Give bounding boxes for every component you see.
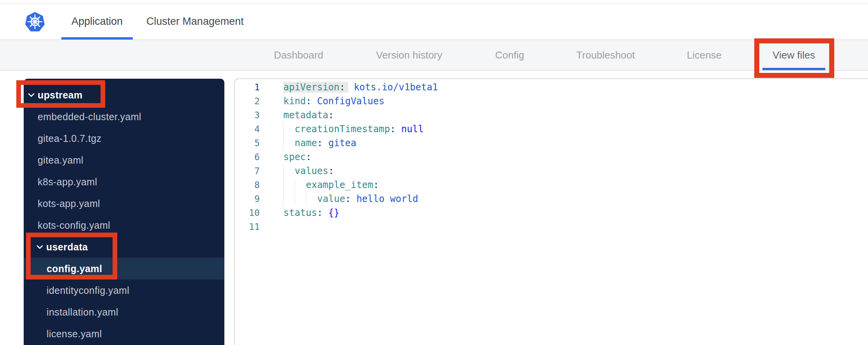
code-line: 9 value: hello world: [235, 192, 868, 206]
line-number: 3: [235, 108, 260, 122]
app-header: Application Cluster Management: [0, 3, 868, 40]
line-number: 2: [235, 94, 260, 108]
kubernetes-logo-icon[interactable]: [25, 12, 45, 32]
folder-label: upstream: [38, 90, 83, 101]
file-label: config.yaml: [47, 263, 102, 274]
header-tabs: Application Cluster Management: [61, 3, 257, 40]
tree-folder-upstream[interactable]: upstream: [24, 84, 224, 106]
folder-label: userdata: [46, 242, 88, 253]
tab-config[interactable]: Config: [495, 40, 524, 70]
line-number: 1: [235, 80, 260, 94]
code-line: 5 name: gitea: [235, 136, 868, 150]
app-subnav: Dashboard Version history Config Trouble…: [0, 40, 868, 71]
code-line: 10 status: {}: [235, 206, 868, 220]
tree-file-embedded-cluster[interactable]: embedded-cluster.yaml: [24, 106, 224, 128]
tree-file-gitea-yaml[interactable]: gitea.yaml: [24, 149, 224, 171]
line-number: 9: [235, 192, 260, 206]
line-number: 7: [235, 164, 260, 178]
tree-file-license[interactable]: license.yaml: [24, 323, 224, 345]
tree-folder-userdata[interactable]: userdata: [24, 236, 224, 258]
chevron-down-icon: [28, 93, 35, 97]
line-number: 8: [235, 178, 260, 192]
file-label: embedded-cluster.yaml: [38, 111, 141, 122]
line-number: 10: [235, 206, 260, 220]
file-tree: upstream embedded-cluster.yaml gitea-1.0…: [24, 79, 224, 345]
file-content-editor[interactable]: 1 apiVersion: kots.io/v1beta1 2 kind: Co…: [234, 78, 868, 345]
file-label: identityconfig.yaml: [47, 285, 129, 296]
tree-file-kots-app[interactable]: kots-app.yaml: [24, 193, 224, 214]
code-line: 1 apiVersion: kots.io/v1beta1: [235, 80, 868, 94]
tree-file-gitea-tgz[interactable]: gitea-1.0.7.tgz: [24, 128, 224, 149]
tree-file-config-selected[interactable]: config.yaml: [24, 258, 224, 279]
tab-cluster-management[interactable]: Cluster Management: [136, 3, 254, 40]
code-line: 7 values:: [235, 164, 868, 178]
tab-application[interactable]: Application: [61, 3, 133, 40]
tab-dashboard[interactable]: Dashboard: [274, 40, 323, 70]
tree-file-identityconfig[interactable]: identityconfig.yaml: [24, 279, 224, 301]
file-label: kots-config.yaml: [38, 220, 110, 231]
line-number: 5: [235, 136, 260, 150]
code-line: 8 example_item:: [235, 178, 868, 192]
tab-license[interactable]: License: [687, 40, 722, 70]
file-label: license.yaml: [47, 328, 102, 340]
tree-file-k8s-app[interactable]: k8s-app.yaml: [24, 171, 224, 193]
active-tab-underline: [762, 68, 825, 70]
file-label: k8s-app.yaml: [38, 176, 97, 188]
code-line: 3 metadata:: [235, 108, 868, 122]
file-label: gitea.yaml: [38, 155, 83, 166]
tree-file-kots-config[interactable]: kots-config.yaml: [24, 214, 224, 236]
file-label: installation.yaml: [47, 307, 118, 318]
line-number: 11: [235, 220, 260, 234]
code-line: 4 creationTimestamp: null: [235, 122, 868, 136]
code-line: 6 spec:: [235, 150, 868, 164]
file-label: kots-app.yaml: [38, 198, 100, 209]
line-number: 6: [235, 150, 260, 164]
tab-version-history[interactable]: Version history: [376, 40, 443, 70]
chevron-down-icon: [36, 245, 43, 249]
tab-troubleshoot[interactable]: Troubleshoot: [576, 40, 635, 70]
line-number: 4: [235, 122, 260, 136]
tree-file-installation[interactable]: installation.yaml: [24, 301, 224, 323]
file-label: gitea-1.0.7.tgz: [38, 133, 101, 144]
code-line: 2 kind: ConfigValues: [235, 94, 868, 108]
tab-view-files[interactable]: View files: [773, 40, 815, 70]
code-line: 11: [235, 220, 868, 234]
